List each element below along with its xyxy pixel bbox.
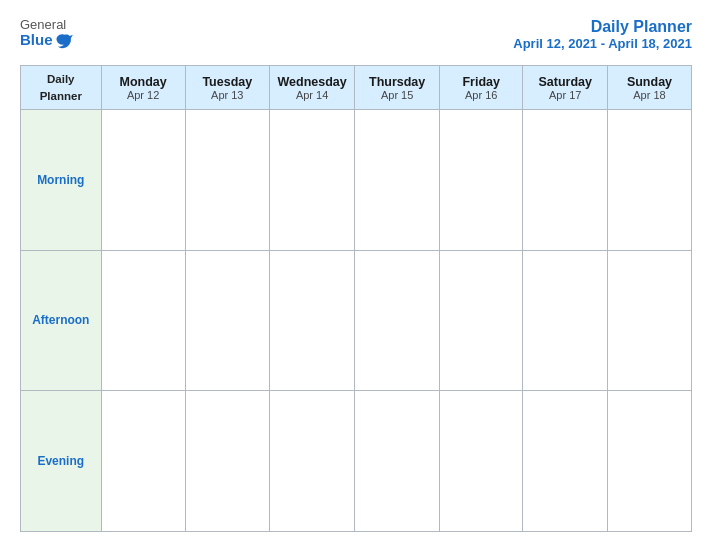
col-header-sunday: Sunday Apr 18	[607, 66, 691, 110]
morning-monday[interactable]	[101, 110, 185, 251]
afternoon-tuesday[interactable]	[185, 250, 269, 391]
logo-blue: Blue	[20, 32, 73, 49]
planner-title: Daily Planner	[513, 18, 692, 36]
morning-label: Morning	[21, 110, 102, 251]
evening-saturday[interactable]	[523, 391, 607, 532]
evening-monday[interactable]	[101, 391, 185, 532]
afternoon-thursday[interactable]	[355, 250, 440, 391]
morning-row: Morning	[21, 110, 692, 251]
afternoon-wednesday[interactable]	[269, 250, 354, 391]
col-header-friday: Friday Apr 16	[439, 66, 523, 110]
evening-wednesday[interactable]	[269, 391, 354, 532]
col-header-thursday: Thursday Apr 15	[355, 66, 440, 110]
afternoon-saturday[interactable]	[523, 250, 607, 391]
afternoon-friday[interactable]	[439, 250, 523, 391]
title-area: Daily Planner April 12, 2021 - April 18,…	[513, 18, 692, 51]
morning-wednesday[interactable]	[269, 110, 354, 251]
logo-bird-icon	[55, 33, 73, 49]
afternoon-monday[interactable]	[101, 250, 185, 391]
evening-tuesday[interactable]	[185, 391, 269, 532]
logo-area: General Blue	[20, 18, 73, 49]
col-header-wednesday: Wednesday Apr 14	[269, 66, 354, 110]
evening-friday[interactable]	[439, 391, 523, 532]
calendar-table: Daily Planner Monday Apr 12 Tuesday Apr …	[20, 65, 692, 532]
col-header-tuesday: Tuesday Apr 13	[185, 66, 269, 110]
first-col-header: Daily Planner	[21, 66, 102, 110]
morning-sunday[interactable]	[607, 110, 691, 251]
morning-tuesday[interactable]	[185, 110, 269, 251]
evening-label: Evening	[21, 391, 102, 532]
afternoon-sunday[interactable]	[607, 250, 691, 391]
morning-thursday[interactable]	[355, 110, 440, 251]
planner-dates: April 12, 2021 - April 18, 2021	[513, 36, 692, 51]
morning-friday[interactable]	[439, 110, 523, 251]
afternoon-row: Afternoon	[21, 250, 692, 391]
col-header-saturday: Saturday Apr 17	[523, 66, 607, 110]
evening-thursday[interactable]	[355, 391, 440, 532]
col-header-monday: Monday Apr 12	[101, 66, 185, 110]
evening-row: Evening	[21, 391, 692, 532]
morning-saturday[interactable]	[523, 110, 607, 251]
header-row: Daily Planner Monday Apr 12 Tuesday Apr …	[21, 66, 692, 110]
page: General Blue Daily Planner April 12, 202…	[0, 0, 712, 550]
afternoon-label: Afternoon	[21, 250, 102, 391]
header: General Blue Daily Planner April 12, 202…	[20, 18, 692, 51]
logo-general: General	[20, 18, 66, 32]
evening-sunday[interactable]	[607, 391, 691, 532]
